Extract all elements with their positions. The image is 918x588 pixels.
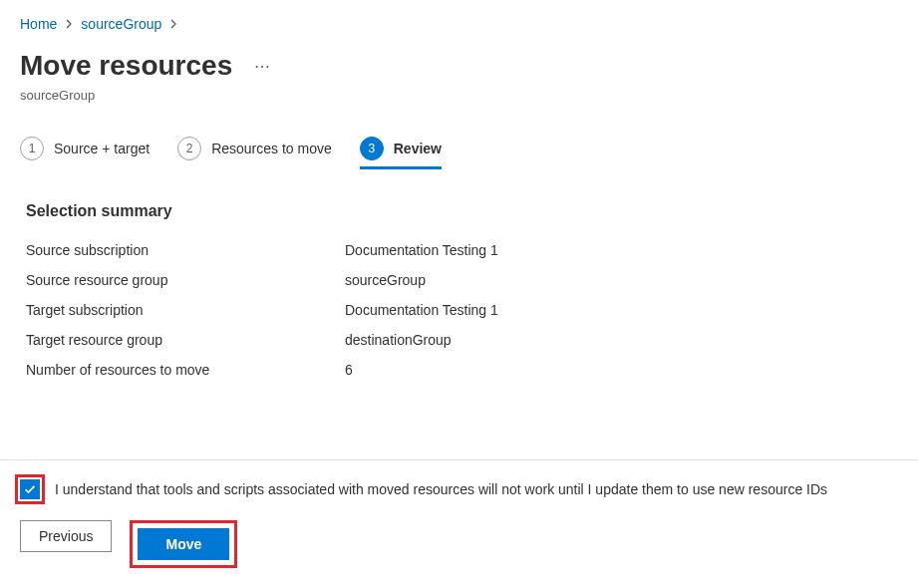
summary-row: Source resource group sourceGroup <box>26 272 898 288</box>
step-number: 3 <box>360 137 384 160</box>
step-number: 2 <box>177 137 201 160</box>
ack-checkbox[interactable] <box>20 479 40 499</box>
summary-label: Number of resources to move <box>26 362 345 378</box>
summary-row: Number of resources to move 6 <box>26 362 898 378</box>
summary-value: Documentation Testing 1 <box>345 302 498 318</box>
summary-row: Source subscription Documentation Testin… <box>26 242 898 258</box>
ack-text: I understand that tools and scripts asso… <box>55 481 827 497</box>
summary-value: destinationGroup <box>345 332 452 348</box>
breadcrumb: Home sourceGroup <box>20 16 898 32</box>
step-number: 1 <box>20 137 44 160</box>
move-button[interactable]: Move <box>138 528 229 560</box>
summary-row: Target subscription Documentation Testin… <box>26 302 898 318</box>
summary-table: Source subscription Documentation Testin… <box>26 242 898 378</box>
chevron-right-icon <box>65 19 73 29</box>
summary-row: Target resource group destinationGroup <box>26 332 898 348</box>
step-source-target[interactable]: 1 Source + target <box>20 137 150 166</box>
more-actions-icon[interactable]: ⋯ <box>250 57 276 76</box>
step-label: Source + target <box>54 141 150 156</box>
step-review[interactable]: 3 Review <box>360 137 442 169</box>
summary-value: 6 <box>345 362 353 378</box>
breadcrumb-home[interactable]: Home <box>20 16 57 32</box>
step-label: Review <box>394 141 442 156</box>
summary-label: Source resource group <box>26 272 345 288</box>
checkmark-icon <box>23 482 37 496</box>
chevron-right-icon <box>169 19 177 29</box>
summary-label: Target resource group <box>26 332 345 348</box>
selection-summary-heading: Selection summary <box>26 202 898 220</box>
highlight-move: Move <box>130 520 237 568</box>
summary-label: Source subscription <box>26 242 345 258</box>
page-subtitle: sourceGroup <box>20 88 898 103</box>
previous-button[interactable]: Previous <box>20 520 112 552</box>
summary-value: sourceGroup <box>345 272 426 288</box>
breadcrumb-source-group[interactable]: sourceGroup <box>81 16 161 32</box>
page-title: Move resources <box>20 50 232 82</box>
wizard-steps: 1 Source + target 2 Resources to move 3 … <box>20 137 898 166</box>
summary-value: Documentation Testing 1 <box>345 242 498 258</box>
step-resources-to-move[interactable]: 2 Resources to move <box>177 137 332 166</box>
divider <box>0 459 918 460</box>
step-label: Resources to move <box>211 141 332 156</box>
highlight-checkbox <box>15 474 45 504</box>
summary-label: Target subscription <box>26 302 345 318</box>
